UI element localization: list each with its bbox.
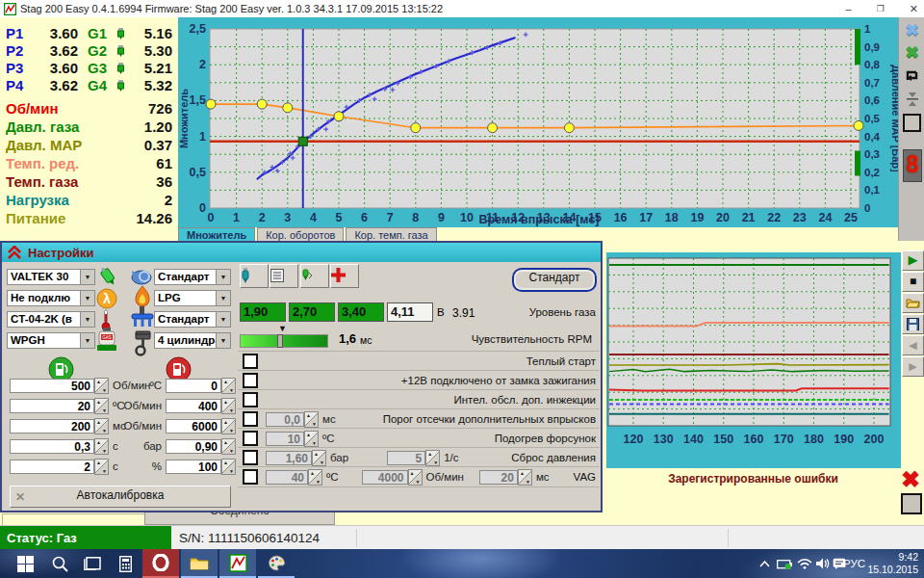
calculator-button[interactable] — [108, 549, 142, 578]
injector-settings-button[interactable] — [240, 264, 269, 288]
standard-button[interactable]: Стандарт — [512, 268, 597, 292]
reducer-select[interactable]: VALTEK 30▼ — [7, 269, 95, 285]
slider-handle[interactable] — [277, 334, 283, 348]
spin-buttons[interactable] — [221, 438, 236, 455]
file-explorer-button[interactable] — [181, 549, 218, 578]
pressure-reset-checkbox[interactable] — [243, 450, 258, 465]
opera-button[interactable] — [142, 549, 179, 578]
minimize-button[interactable]: – — [846, 3, 852, 14]
tray-chevron-icon[interactable] — [755, 549, 774, 578]
dropdown-arrow-icon[interactable]: ▼ — [216, 333, 230, 348]
spin-buttons[interactable] — [94, 398, 109, 414]
close-button[interactable]: ✕ — [910, 3, 918, 15]
frame-icon[interactable] — [902, 112, 922, 132]
stag-app-button[interactable] — [219, 549, 256, 578]
paint-button[interactable] — [258, 549, 295, 578]
spin-buttons[interactable] — [94, 418, 109, 434]
spin-buttons[interactable] — [425, 450, 440, 466]
ignition-12v-checkbox[interactable] — [243, 373, 258, 388]
pressure-reset-field-2[interactable]: 51/с — [387, 450, 458, 466]
spin-buttons[interactable] — [221, 459, 236, 475]
injector-test-button[interactable] — [300, 264, 329, 288]
refresh-icon[interactable] — [902, 66, 922, 86]
task-view-button[interactable] — [75, 549, 110, 578]
errors-frame-icon[interactable] — [901, 493, 922, 514]
errors-button[interactable] — [330, 264, 359, 288]
dropdown-arrow-icon[interactable]: ▼ — [80, 270, 94, 284]
spin-buttons[interactable] — [304, 411, 319, 428]
spin-buttons[interactable] — [221, 398, 236, 414]
cylinders-select[interactable]: 4 цилиндра▼ — [154, 332, 231, 349]
switch-time-spinner[interactable]: 200мс — [10, 417, 126, 434]
max-rpm-spinner[interactable]: Об/мин6000 — [117, 417, 239, 434]
tray-wifi-icon[interactable] — [795, 549, 814, 578]
svg-text:170: 170 — [774, 433, 794, 446]
scope-open-button[interactable] — [902, 293, 924, 313]
injector-heating-checkbox[interactable] — [243, 431, 258, 446]
autocalibration-button[interactable]: ✕Автокалибровка — [10, 486, 231, 508]
warm-start-checkbox[interactable] — [243, 354, 258, 369]
connect-button-partial[interactable]: Соединено — [144, 512, 335, 525]
scope-stop-button[interactable]: ■ — [902, 272, 924, 292]
tab-gas-temp-correction[interactable]: Кор. темп. газа — [346, 227, 436, 242]
spin-buttons[interactable] — [408, 469, 423, 486]
overlap-time-spinner[interactable]: 0,3с — [10, 437, 118, 455]
spin-buttons[interactable] — [221, 418, 236, 434]
min-rpm-spinner[interactable]: Об/мин400 — [117, 397, 239, 414]
injector-type-select[interactable]: WPGH▼ — [7, 332, 95, 349]
dropdown-arrow-icon[interactable]: ▼ — [80, 333, 94, 348]
rpm-sensitivity-unit: мс — [360, 334, 372, 346]
dropdown-arrow-icon[interactable]: ▼ — [216, 270, 230, 284]
vag-checkbox[interactable] — [243, 469, 258, 485]
scope-prev-button[interactable]: ◀ — [902, 335, 924, 355]
scope-save-button[interactable] — [902, 314, 924, 334]
extra-injection-checkbox[interactable] — [243, 392, 258, 407]
injector-heating-field[interactable]: 10ºC — [266, 431, 335, 447]
spin-buttons[interactable] — [518, 469, 532, 486]
vag-field-rpm[interactable]: 4000Об/мин — [362, 469, 464, 486]
cutoff-threshold-field[interactable]: 0,0мс — [266, 411, 336, 428]
cutoff-threshold-checkbox[interactable] — [243, 411, 258, 427]
spin-buttons[interactable] — [304, 431, 319, 447]
min-pressure-spinner[interactable]: бар0,90 — [117, 437, 239, 455]
pressure-reset-field-1[interactable]: 1,60бар — [266, 450, 348, 466]
gas-threshold-max[interactable]: 4,11 — [387, 302, 433, 322]
spin-buttons[interactable] — [94, 438, 109, 455]
gas-threshold-1[interactable]: 1,90 — [240, 302, 286, 322]
tray-battery-icon[interactable] — [774, 549, 795, 578]
rpm-sensitivity-slider[interactable] — [240, 334, 328, 348]
multiplier-chart[interactable]: 0123456789101112131415161718192021222324… — [178, 17, 898, 227]
spin-buttons[interactable] — [94, 378, 109, 394]
collapse-icon[interactable] — [902, 89, 922, 109]
gas-threshold-2[interactable]: 2,70 — [289, 302, 335, 322]
clear-blue-icon[interactable]: ✖ — [902, 20, 922, 40]
start-button[interactable] — [8, 549, 42, 578]
tab-rpm-correction[interactable]: Кор. оборотов — [257, 227, 344, 242]
spin-buttons[interactable] — [94, 459, 109, 475]
max-load-spinner[interactable]: %100 — [117, 458, 239, 475]
settings-dialog-titlebar[interactable]: Настройки — [2, 243, 601, 262]
gas-threshold-3[interactable]: 3,40 — [338, 302, 384, 322]
digit-display-icon[interactable]: 8 — [903, 149, 922, 182]
collapse-dialog-icon[interactable] — [7, 246, 22, 259]
clear-green-icon[interactable]: ✖ — [902, 42, 922, 63]
maximize-button[interactable]: ❐ — [877, 4, 885, 13]
taskbar-search-button[interactable] — [42, 549, 77, 578]
switch-temp-spinner[interactable]: 20ºC — [10, 397, 125, 414]
spin-buttons[interactable] — [221, 378, 236, 394]
map-type-select[interactable]: Стандарт▼ — [154, 269, 231, 285]
spin-buttons[interactable] — [308, 469, 322, 486]
tray-language[interactable]: РУС — [843, 549, 865, 578]
errors-close-icon[interactable]: ✖ — [898, 468, 923, 491]
min-temp-spinner[interactable]: ºC0 — [117, 377, 239, 394]
vag-field-time[interactable]: 20мс — [479, 469, 550, 486]
oscilloscope-chart[interactable]: 120130140150160170180190200 — [606, 252, 901, 468]
list-button[interactable] — [270, 264, 298, 288]
cylinder-delay-spinner[interactable]: 2с — [10, 458, 118, 475]
scope-play-button[interactable]: ▶ — [902, 250, 924, 271]
scope-next-button[interactable]: ▶ — [902, 356, 924, 377]
spin-buttons[interactable] — [312, 450, 326, 466]
vag-field-temp[interactable]: 40ºC — [266, 469, 339, 486]
tray-clock[interactable]: 9:42 15.10.2015 — [867, 551, 918, 576]
tab-multiplier[interactable]: Множитель — [178, 227, 255, 242]
